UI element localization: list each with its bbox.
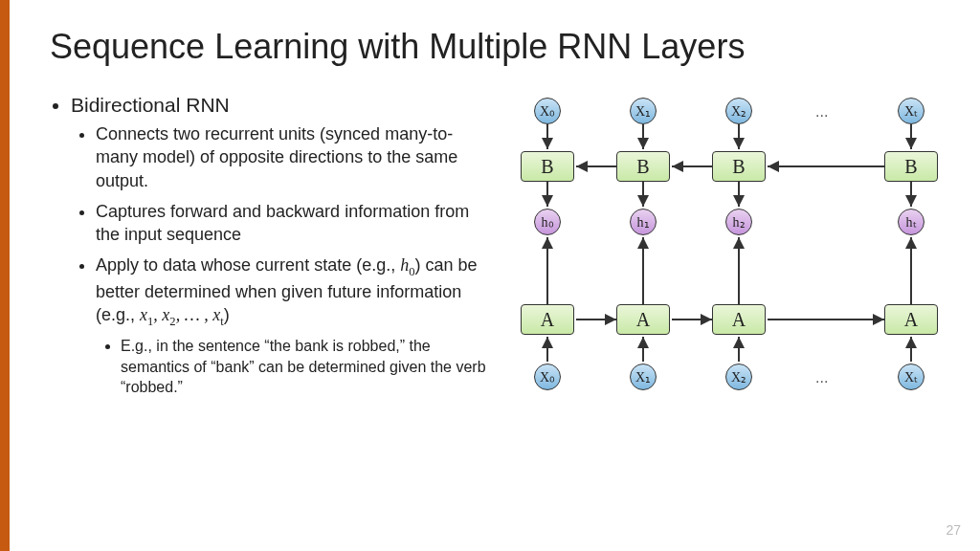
unit-a-t: A bbox=[884, 304, 938, 335]
unit-a-2: A bbox=[712, 304, 766, 335]
sub-bullet-2: Captures forward and backward informatio… bbox=[96, 200, 490, 247]
unit-b-0: B bbox=[521, 151, 574, 182]
input-x2-bottom: X₂ bbox=[725, 364, 752, 390]
sub-bullet-1: Connects two recurrent units (synced man… bbox=[96, 122, 490, 192]
m-xt: x bbox=[212, 305, 220, 324]
unit-b-t: B bbox=[884, 151, 938, 182]
dots-bottom: ... bbox=[815, 369, 828, 386]
sub-bullet-3: Apply to data whose current state (e.g.,… bbox=[96, 253, 490, 397]
diagram-column: X₀ X₁ X₂ ... Xₜ B B B B h₀ h₁ h₂ hₜ A A … bbox=[509, 94, 949, 406]
m-ell: , … , bbox=[176, 305, 213, 324]
hidden-h1: h₁ bbox=[630, 209, 657, 235]
text-column: Bidirectional RNN Connects two recurrent… bbox=[50, 94, 490, 406]
hidden-h0: h₀ bbox=[534, 209, 561, 235]
page-title: Sequence Learning with Multiple RNN Laye… bbox=[50, 27, 946, 67]
diagram-arrows bbox=[509, 94, 949, 400]
input-x1-bottom: X₁ bbox=[630, 364, 657, 390]
unit-a-0: A bbox=[521, 304, 574, 335]
b3-part-a: Apply to data whose current state (e.g., bbox=[96, 255, 400, 275]
content-columns: Bidirectional RNN Connects two recurrent… bbox=[50, 94, 946, 406]
m-x1: x bbox=[140, 305, 147, 324]
unit-b-1: B bbox=[616, 151, 670, 182]
hidden-h2: h₂ bbox=[725, 209, 752, 235]
unit-a-1: A bbox=[616, 304, 670, 335]
input-xt-top: Xₜ bbox=[898, 98, 924, 124]
slide: Sequence Learning with Multiple RNN Laye… bbox=[0, 0, 980, 551]
bidirectional-rnn-diagram: X₀ X₁ X₂ ... Xₜ B B B B h₀ h₁ h₂ hₜ A A … bbox=[509, 94, 949, 400]
m-sep1: , bbox=[153, 305, 162, 324]
page-number: 27 bbox=[946, 522, 961, 538]
input-x1-top: X₁ bbox=[630, 98, 657, 124]
input-xt-bottom: Xₜ bbox=[898, 364, 924, 390]
bullet-list: Bidirectional RNN Connects two recurrent… bbox=[50, 94, 490, 398]
sub-bullets: Connects two recurrent units (synced man… bbox=[71, 122, 490, 398]
sub-sub-bullet-1: E.g., in the sentence “the bank is robbe… bbox=[121, 336, 490, 398]
unit-b-2: B bbox=[712, 151, 766, 182]
m-h: h bbox=[400, 255, 409, 275]
input-x0-top: X₀ bbox=[534, 98, 561, 124]
math-h0: h0 bbox=[400, 255, 414, 275]
sub-sub-bullets: E.g., in the sentence “the bank is robbe… bbox=[96, 336, 490, 398]
bullet-heading: Bidirectional RNN Connects two recurrent… bbox=[71, 94, 490, 398]
hidden-ht: hₜ bbox=[898, 209, 924, 235]
dots-top: ... bbox=[815, 103, 828, 121]
math-x-seq: x1, x2, … , xt bbox=[140, 305, 224, 324]
input-x0-bottom: X₀ bbox=[534, 364, 561, 390]
b3-part-c: ) bbox=[224, 305, 230, 324]
input-x2-top: X₂ bbox=[725, 98, 752, 124]
bullet-heading-text: Bidirectional RNN bbox=[71, 94, 230, 116]
